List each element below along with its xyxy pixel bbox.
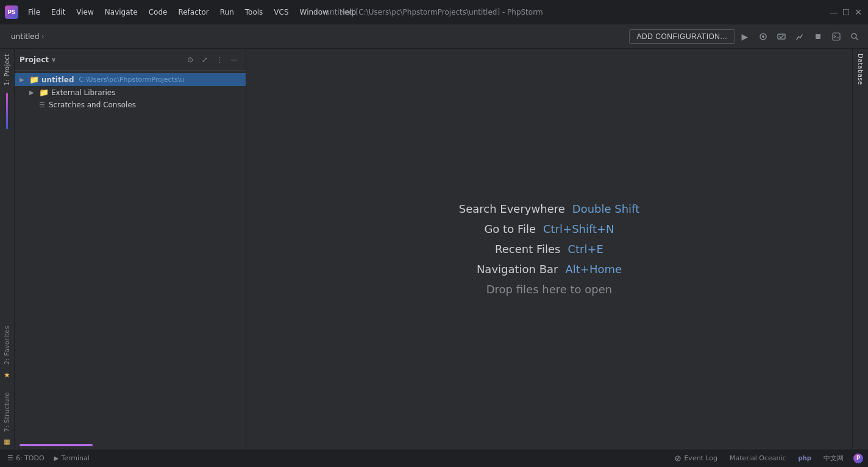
- tree-label-scratches: Scratches and Consoles: [49, 101, 136, 109]
- nav-tab-chevron: ›: [41, 33, 44, 40]
- hint-navbar-shortcut: Alt+Home: [565, 263, 622, 276]
- favorites-panel-tab[interactable]: 2: Favorites: [1, 321, 13, 369]
- folder-icon-ext: 📁: [39, 88, 49, 97]
- add-configuration-button[interactable]: ADD CONFIGURATION...: [629, 29, 735, 44]
- window-controls: — ☐ ✕: [829, 7, 863, 17]
- app-logo: PS: [5, 5, 18, 19]
- event-log-icon: [674, 455, 681, 462]
- navbar: untitled › ADD CONFIGURATION... ▶: [0, 24, 868, 49]
- lang-text: 中文网: [824, 454, 844, 463]
- hint-search-text: Search Everywhere: [459, 202, 565, 215]
- tree-item-ext-libs[interactable]: ▶ 📁 External Libraries: [15, 86, 246, 99]
- menu-run[interactable]: Run: [215, 7, 239, 18]
- tree-item-scratches[interactable]: ☰ Scratches and Consoles: [15, 99, 246, 111]
- theme-text: Material Oceanic: [730, 454, 786, 462]
- hint-goto-text: Go to File: [484, 223, 536, 235]
- event-log-label: Event Log: [684, 454, 717, 462]
- hint-search: Search Everywhere Double Shift: [459, 202, 639, 215]
- debug-button[interactable]: [755, 28, 772, 45]
- stop-button[interactable]: [809, 28, 827, 45]
- panel-title: Project ∨: [20, 55, 56, 64]
- svg-rect-3: [816, 34, 820, 39]
- panel-header: Project ∨ ⊙ ⤢ ⋮ —: [15, 49, 246, 71]
- tree-arrow-root: ▶: [20, 76, 27, 83]
- database-panel-tab[interactable]: Database: [855, 49, 866, 90]
- toolbar-right: ADD CONFIGURATION... ▶: [629, 28, 863, 45]
- tree-arrow-ext: ▶: [29, 89, 37, 96]
- structure-icon: ▦: [2, 437, 12, 446]
- structure-panel-tab[interactable]: 7: Structure: [1, 387, 13, 437]
- scrollbar-area: [15, 441, 246, 449]
- hint-goto: Go to File Ctrl+Shift+N: [484, 223, 614, 235]
- lang-label[interactable]: 中文网: [821, 454, 846, 463]
- todo-button[interactable]: ☰ 6: TODO: [5, 454, 47, 462]
- nav-tab-label: untitled: [11, 32, 39, 41]
- status-indicator[interactable]: P: [853, 454, 863, 463]
- menu-view[interactable]: View: [71, 7, 98, 18]
- panel-indicator: [6, 93, 8, 129]
- tree-label-ext: External Libraries: [51, 88, 115, 97]
- todo-icon: ☰: [7, 454, 13, 462]
- menu-tools[interactable]: Tools: [240, 7, 268, 18]
- hint-navbar-text: Navigation Bar: [477, 263, 558, 276]
- search-everywhere-button[interactable]: [846, 28, 863, 45]
- tree-label-root: untitled: [41, 76, 74, 84]
- hint-recent: Recent Files Ctrl+E: [495, 243, 603, 255]
- minimize-button[interactable]: —: [829, 7, 839, 17]
- terminal-tool-button[interactable]: [828, 28, 845, 45]
- hint-drop: Drop files here to open: [486, 283, 613, 296]
- php-badge: php: [799, 455, 811, 462]
- profiler-button[interactable]: [791, 28, 808, 45]
- titlebar: PS File Edit View Navigate Code Refactor…: [0, 0, 868, 24]
- scrollbar-track[interactable]: [20, 444, 93, 446]
- file-icon-scratches: ☰: [39, 101, 45, 109]
- bottombar: ☰ 6: TODO ▶ Terminal Event Log Material …: [0, 449, 868, 467]
- hint-navbar: Navigation Bar Alt+Home: [477, 263, 622, 276]
- window-title: untitled [C:\Users\pc\PhpstormProjects\u…: [325, 8, 542, 16]
- menu-edit[interactable]: Edit: [46, 7, 70, 18]
- hint-goto-shortcut: Ctrl+Shift+N: [543, 223, 614, 235]
- panel-actions: ⊙ ⤢ ⋮ —: [183, 53, 241, 66]
- bottombar-right: Event Log Material Oceanic php 中文网 P: [672, 454, 863, 463]
- coverage-button[interactable]: [773, 28, 790, 45]
- panel-hide-btn[interactable]: —: [227, 53, 241, 66]
- project-panel-tab[interactable]: 1: Project: [1, 49, 13, 90]
- php-indicator[interactable]: php: [796, 455, 814, 462]
- menu-refactor[interactable]: Refactor: [173, 7, 213, 18]
- tree-item-root[interactable]: ▶ 📁 untitled C:\Users\pc\PhpstormProject…: [15, 73, 246, 86]
- svg-point-1: [762, 35, 764, 38]
- hint-recent-text: Recent Files: [495, 243, 560, 255]
- terminal-button[interactable]: ▶ Terminal: [52, 454, 92, 462]
- close-button[interactable]: ✕: [853, 7, 863, 17]
- menu-file[interactable]: File: [23, 7, 45, 18]
- project-panel: Project ∨ ⊙ ⤢ ⋮ — ▶ 📁 untitled C:\Users\…: [15, 49, 246, 449]
- menu-code[interactable]: Code: [144, 7, 173, 18]
- todo-label: 6: TODO: [16, 454, 44, 462]
- left-panel-strip: 1: Project 2: Favorites ★ 7: Structure ▦: [0, 49, 15, 449]
- hint-search-shortcut: Double Shift: [572, 202, 639, 215]
- project-nav-tab[interactable]: untitled ›: [5, 30, 50, 43]
- tree-path-root: C:\Users\pc\PhpstormProjects\u: [79, 76, 185, 84]
- panel-title-chevron: ∨: [51, 56, 56, 63]
- panel-options-btn[interactable]: ⋮: [213, 53, 226, 66]
- terminal-icon: ▶: [54, 455, 59, 462]
- terminal-label: Terminal: [61, 454, 90, 462]
- panel-title-text: Project: [20, 55, 49, 64]
- menu-vcs[interactable]: VCS: [269, 7, 293, 18]
- hint-drop-text: Drop files here to open: [486, 283, 613, 296]
- run-button[interactable]: ▶: [736, 28, 753, 45]
- hint-recent-shortcut: Ctrl+E: [567, 243, 603, 255]
- panel-expand-btn[interactable]: ⤢: [198, 53, 212, 66]
- right-panel-strip: Database: [852, 49, 868, 449]
- maximize-button[interactable]: ☐: [841, 7, 851, 17]
- theme-label[interactable]: Material Oceanic: [727, 454, 788, 462]
- event-log-button[interactable]: Event Log: [672, 454, 720, 462]
- folder-icon-root: 📁: [29, 75, 39, 84]
- file-tree: ▶ 📁 untitled C:\Users\pc\PhpstormProject…: [15, 71, 246, 441]
- favorites-icon: ★: [2, 370, 12, 380]
- panel-scope-btn[interactable]: ⊙: [183, 53, 197, 66]
- menu-navigate[interactable]: Navigate: [100, 7, 143, 18]
- editor-area: Search Everywhere Double Shift Go to Fil…: [246, 49, 852, 449]
